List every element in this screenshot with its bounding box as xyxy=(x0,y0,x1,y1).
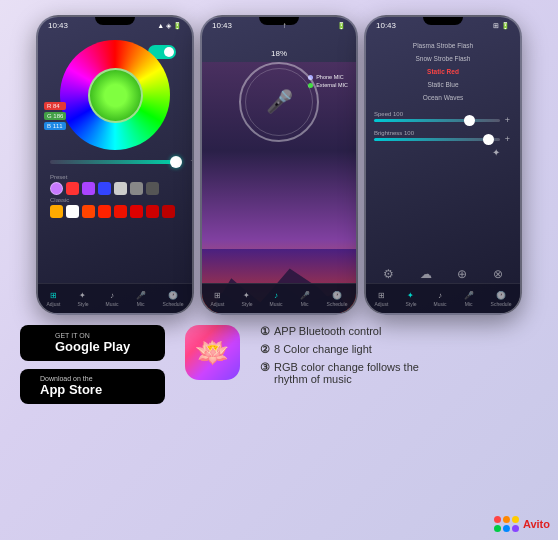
app-icon-emoji: 🪷 xyxy=(195,336,230,369)
nav-mic-3[interactable]: 🎤 Mic xyxy=(464,291,474,307)
app-store-small: Download on the xyxy=(40,375,102,382)
classic-col-2[interactable] xyxy=(66,205,79,218)
nav-music-2[interactable]: ♪ Music xyxy=(270,291,283,307)
nav-mic-icon-1: 🎤 xyxy=(136,291,146,300)
color-wheel-ring[interactable] xyxy=(60,40,170,150)
brightness-slider[interactable]: ✦ xyxy=(50,160,180,164)
nav-mic-2[interactable]: 🎤 Mic xyxy=(300,291,310,307)
classic-col-8[interactable] xyxy=(162,205,175,218)
avito-badge: Avito xyxy=(494,516,550,532)
classic-col-3[interactable] xyxy=(82,205,95,218)
phone3-icon-2: ☁ xyxy=(420,267,432,281)
nav-style-1[interactable]: ✦ Style xyxy=(77,291,88,307)
avito-dot-1 xyxy=(494,516,501,523)
feature-1-num: ① xyxy=(260,325,270,338)
nav-style-label-2: Style xyxy=(241,301,252,307)
brightness-param-slider[interactable]: + xyxy=(374,138,500,141)
phone1: 10:43 ▲ ◈ 🔋 xyxy=(36,15,194,315)
nav-schedule-2[interactable]: 🕐 Schedule xyxy=(327,291,348,307)
nav-adjust-2[interactable]: ⊞ Adjust xyxy=(211,291,225,307)
nav-schedule-3[interactable]: 🕐 Schedule xyxy=(491,291,512,307)
google-play-icon: ▶ xyxy=(32,331,47,355)
phone3-content: Plasma Strobe Flash Snow Strobe Flash St… xyxy=(366,32,520,162)
color-wheel-inner[interactable] xyxy=(88,68,143,123)
nav-music-label-1: Music xyxy=(106,301,119,307)
preset-col-g[interactable] xyxy=(130,182,143,195)
nav-mic-1[interactable]: 🎤 Mic xyxy=(136,291,146,307)
nav-adjust-1[interactable]: ⊞ Adjust xyxy=(47,291,61,307)
brightness-plus-icon: + xyxy=(505,134,510,144)
nav-style-label-3: Style xyxy=(405,301,416,307)
classic-col-4[interactable] xyxy=(98,205,111,218)
phone3-icons-row: ⚙ ☁ ⊕ ⊗ xyxy=(366,267,520,281)
nav-schedule-label-1: Schedule xyxy=(163,301,184,307)
phones-row: 10:43 ▲ ◈ 🔋 xyxy=(36,15,522,315)
preset-colors-row1 xyxy=(50,182,180,195)
mic-option-external-label: External MIC xyxy=(316,82,348,88)
effect-static-blue[interactable]: Static Blue xyxy=(374,79,512,90)
preset-col-b[interactable] xyxy=(98,182,111,195)
preset-col-r[interactable] xyxy=(66,182,79,195)
nav-mic-label-2: Mic xyxy=(301,301,309,307)
store-buttons: ▶ GET IT ON Google Play Download on the … xyxy=(20,325,165,404)
nav-adjust-3[interactable]: ⊞ Adjust xyxy=(375,291,389,307)
nav-music-1[interactable]: ♪ Music xyxy=(106,291,119,307)
preset-col-w[interactable] xyxy=(114,182,127,195)
preset-col-p[interactable] xyxy=(82,182,95,195)
classic-col-6[interactable] xyxy=(130,205,143,218)
classic-colors-row xyxy=(50,205,180,218)
effect-static-red[interactable]: Static Red xyxy=(374,66,512,77)
phone2-time: 10:43 xyxy=(212,21,232,30)
google-play-text: GET IT ON Google Play xyxy=(55,332,130,355)
app-icon-center: 🪷 xyxy=(185,325,240,380)
preset-circle[interactable] xyxy=(50,182,63,195)
effect-snow[interactable]: Snow Strobe Flash xyxy=(374,53,512,64)
mic-option-phone-label: Phone MIC xyxy=(316,74,344,80)
feature-1: ① APP Bluetooth control xyxy=(260,325,440,338)
app-store-button[interactable]: Download on the App Store xyxy=(20,369,165,404)
nav-schedule-label-2: Schedule xyxy=(327,301,348,307)
nav-style-2[interactable]: ✦ Style xyxy=(241,291,252,307)
rgb-b: B 111 xyxy=(44,122,66,130)
feature-1-text: APP Bluetooth control xyxy=(274,325,381,337)
effect-plasma[interactable]: Plasma Strobe Flash xyxy=(374,40,512,51)
nav-schedule-1[interactable]: 🕐 Schedule xyxy=(163,291,184,307)
phone3: 10:43 ⊞ 🔋 Plasma Strobe Flash Snow Strob… xyxy=(364,15,522,315)
color-wheel[interactable] xyxy=(60,40,170,150)
speed-slider[interactable]: + xyxy=(374,119,500,122)
classic-label: Classic xyxy=(50,197,180,203)
brightness-slider-container: ✦ xyxy=(50,156,180,168)
nav-music-label-3: Music xyxy=(434,301,447,307)
phone3-icon-1: ⚙ xyxy=(383,267,394,281)
nav-mic-label-3: Mic xyxy=(465,301,473,307)
nav-adjust-label-2: Adjust xyxy=(211,301,225,307)
nav-adjust-icon-2: ⊞ xyxy=(214,291,221,300)
classic-col-5[interactable] xyxy=(114,205,127,218)
rgb-g: G 186 xyxy=(44,112,66,120)
phone2-arrow-icon: ↑ xyxy=(283,21,287,30)
phone2-battery-icon: 🔋 xyxy=(337,22,346,30)
phone1-wrapper: 10:43 ▲ ◈ 🔋 xyxy=(36,15,194,315)
nav-adjust-label-1: Adjust xyxy=(47,301,61,307)
phone2-content: Phone MIC External MIC 18% 🎤 xyxy=(202,62,356,315)
phone3-wrapper: 10:43 ⊞ 🔋 Plasma Strobe Flash Snow Strob… xyxy=(364,15,522,315)
mic-circle[interactable]: 18% 🎤 xyxy=(239,62,319,142)
preset-col-dk[interactable] xyxy=(146,182,159,195)
nav-style-3[interactable]: ✦ Style xyxy=(405,291,416,307)
nav-music-icon-2: ♪ xyxy=(274,291,278,300)
classic-col-7[interactable] xyxy=(146,205,159,218)
nav-music-3[interactable]: ♪ Music xyxy=(434,291,447,307)
mic-option-phone[interactable]: Phone MIC xyxy=(308,74,348,80)
nav-music-label-2: Music xyxy=(270,301,283,307)
google-play-button[interactable]: ▶ GET IT ON Google Play xyxy=(20,325,165,361)
effect-ocean[interactable]: Ocean Waves xyxy=(374,92,512,103)
phone3-nav: ⊞ Adjust ✦ Style ♪ Music 🎤 Mic xyxy=(366,283,520,313)
nav-adjust-icon-3: ⊞ xyxy=(378,291,385,300)
avito-dot-5 xyxy=(503,525,510,532)
rgb-r: R 84 xyxy=(44,102,66,110)
phone3-icon-4: ⊗ xyxy=(493,267,503,281)
classic-col-1[interactable] xyxy=(50,205,63,218)
mic-percent: 18% xyxy=(271,49,287,58)
brightness-section: Brightness 100 + xyxy=(374,130,512,141)
phone2-wrapper: 10:43 ↑ 🔋 Phone MIC External MIC xyxy=(200,15,358,315)
